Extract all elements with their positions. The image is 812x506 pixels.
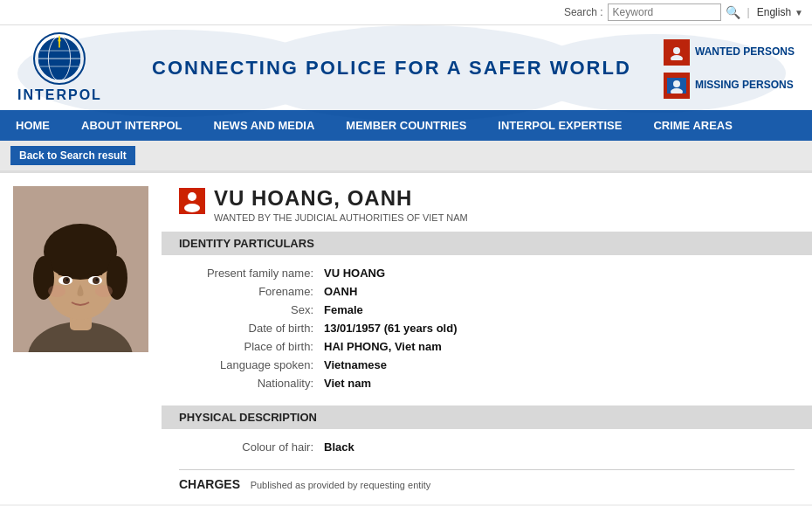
dob-label: Date of birth: (179, 319, 319, 337)
hair-label: Colour of hair: (179, 438, 319, 456)
nav-home[interactable]: HOME (0, 110, 65, 141)
top-bar: Search : 🔍 | English ▼ (0, 0, 812, 25)
nav-expertise[interactable]: INTERPOL EXPERTISE (482, 110, 637, 141)
forename-value: OANH (319, 282, 795, 301)
logo-text: INTERPOL (17, 87, 102, 103)
svg-point-31 (95, 285, 113, 297)
svg-point-28 (66, 279, 69, 281)
physical-section-heading: PHYSICAL DESCRIPTION (162, 405, 812, 429)
pob-label: Place of birth: (179, 337, 319, 356)
name-header: VU HOANG, OANH WANTED BY THE JUDICIAL AU… (179, 186, 795, 223)
logo-circle (33, 32, 86, 85)
details-column: VU HOANG, OANH WANTED BY THE JUDICIAL AU… (162, 173, 812, 504)
wanted-icon (664, 39, 690, 66)
wanted-by-text: WANTED BY THE JUDICIAL AUTHORITIES OF VI… (214, 212, 468, 223)
svg-point-29 (96, 279, 99, 281)
person-photo (13, 186, 148, 352)
family-name-value: VU HOANG (319, 264, 795, 282)
search-area: Search : 🔍 (564, 3, 740, 21)
table-row: Forename: OANH (179, 282, 795, 301)
nationality-value: Viet nam (319, 374, 795, 392)
back-button[interactable]: Back to Search result (10, 146, 135, 165)
header-right: WANTED PERSONS MISSING PERSONS (664, 38, 795, 99)
charges-section: CHARGES Published as provided by request… (179, 469, 795, 491)
logo-globe-icon (36, 35, 83, 82)
photo-svg (13, 186, 148, 352)
main-nav: HOME ABOUT INTERPOL NEWS AND MEDIA MEMBE… (0, 110, 812, 141)
search-button[interactable]: 🔍 (726, 5, 740, 19)
physical-table: Colour of hair: Black (179, 438, 795, 456)
search-label: Search : (564, 6, 603, 18)
svg-point-12 (673, 47, 680, 54)
table-row: Present family name: VU HOANG (179, 264, 795, 282)
svg-point-34 (184, 204, 200, 212)
language-value: Vietnamese (319, 356, 795, 374)
back-bar: Back to Search result (0, 141, 812, 170)
red-notice-badge (179, 188, 205, 214)
logo-area: INTERPOL (17, 32, 102, 103)
hair-value: Black (319, 438, 795, 456)
svg-point-33 (188, 192, 196, 201)
nationality-label: Nationality: (179, 374, 319, 392)
wanted-persons-label: WANTED PERSONS (695, 45, 795, 58)
sex-label: Sex: (179, 301, 319, 319)
table-row: Sex: Female (179, 301, 795, 319)
forename-label: Forename: (179, 282, 319, 301)
header: INTERPOL CONNECTING POLICE FOR A SAFER W… (0, 25, 812, 110)
svg-point-30 (48, 285, 65, 297)
language-selector[interactable]: English (757, 6, 791, 18)
table-row: Place of birth: HAI PHONG, Viet nam (179, 337, 795, 356)
identity-table: Present family name: VU HOANG Forename: … (179, 264, 795, 392)
family-name-label: Present family name: (179, 264, 319, 282)
search-input[interactable] (608, 3, 721, 21)
nav-about[interactable]: ABOUT INTERPOL (65, 110, 198, 141)
svg-point-21 (44, 224, 117, 280)
lang-arrow-icon: ▼ (795, 8, 803, 17)
person-name: VU HOANG, OANH (214, 186, 468, 211)
sex-value: Female (319, 301, 795, 319)
svg-point-15 (673, 80, 680, 87)
main-content: VU HOANG, OANH WANTED BY THE JUDICIAL AU… (0, 170, 812, 504)
header-title: CONNECTING POLICE FOR A SAFER WORLD (120, 57, 664, 80)
nav-crime-areas[interactable]: CRIME AREAS (637, 110, 748, 141)
charges-note: Published as provided by requesting enti… (251, 480, 431, 490)
table-row: Date of birth: 13/01/1957 (61 years old) (179, 319, 795, 337)
charges-label: CHARGES (179, 477, 240, 491)
missing-icon (664, 73, 690, 99)
table-row: Language spoken: Vietnamese (179, 356, 795, 374)
photo-column (0, 173, 162, 504)
missing-persons-link[interactable]: MISSING PERSONS (664, 71, 794, 99)
language-label: Language spoken: (179, 356, 319, 374)
table-row: Colour of hair: Black (179, 438, 795, 456)
dob-value: 13/01/1957 (61 years old) (319, 319, 795, 337)
table-row: Nationality: Viet nam (179, 374, 795, 392)
wanted-persons-link[interactable]: WANTED PERSONS (664, 38, 795, 66)
missing-persons-label: MISSING PERSONS (695, 79, 794, 91)
nav-news[interactable]: NEWS AND MEDIA (198, 110, 331, 141)
pob-value: HAI PHONG, Viet nam (319, 337, 795, 356)
identity-section-heading: IDENTITY PARTICULARS (162, 232, 812, 255)
name-info: VU HOANG, OANH WANTED BY THE JUDICIAL AU… (214, 186, 468, 223)
nav-member-countries[interactable]: MEMBER COUNTRIES (330, 110, 482, 141)
divider: | (747, 6, 750, 18)
